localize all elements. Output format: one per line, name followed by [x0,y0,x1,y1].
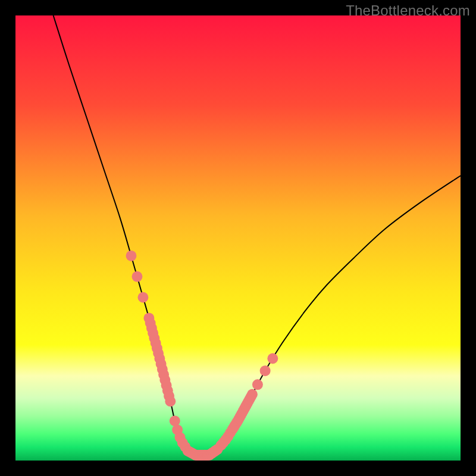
curve-dot [252,379,263,390]
chart-svg [15,15,461,461]
gradient-background [15,15,461,461]
curve-dot [126,250,137,261]
watermark-label: TheBottleneck.com [346,2,470,19]
plot-area [15,15,461,461]
curve-dot [260,365,271,376]
curve-dot [267,353,278,364]
curve-dot [131,271,142,282]
curve-dot [137,292,148,303]
curve-dot [247,389,258,400]
curve-dot [165,396,176,407]
outer-frame: TheBottleneck.com [0,0,476,476]
